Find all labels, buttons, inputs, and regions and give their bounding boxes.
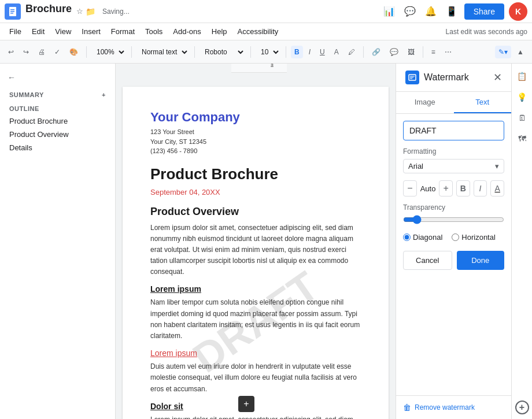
watermark-text-input[interactable] [403,121,504,140]
saving-status: Saving... [102,8,130,16]
watermark-panel: Watermark ✕ Image Text Formatting Arial … [396,64,511,419]
undo-button[interactable]: ↩ [5,46,17,58]
remove-watermark-button[interactable]: Remove watermark [415,403,475,411]
paint-format-button[interactable]: 🎨 [66,46,82,58]
fontsize-select[interactable]: 10 [256,46,281,58]
panel-title: Watermark [424,72,493,83]
panel-tabs: Image Text [396,92,511,114]
strip-add-button[interactable]: + [515,401,529,414]
subsection1-heading[interactable]: Lorem ipsum [150,284,361,294]
orientation-radio-group: Diagonal Horizontal [403,233,504,242]
title-bar: Brochure ☆ 📁 Saving... 📊 💬 🔔 📱 Share K [0,0,532,23]
horizontal-option[interactable]: Horizontal [452,233,496,242]
image-button[interactable]: 🖼 [404,46,418,58]
more-button[interactable]: ⋯ [441,46,455,58]
svg-rect-3 [10,13,13,14]
horizontal-radio[interactable] [452,233,459,241]
app-icon [5,3,21,20]
size-value: Auto [420,184,436,193]
doc-title-text: Product Brochure [150,165,361,183]
textcolor-button[interactable]: A [331,46,342,58]
diagonal-option[interactable]: Diagonal [403,233,442,242]
menu-edit[interactable]: Edit [27,25,49,38]
menu-accessibility[interactable]: Accessibility [233,25,283,38]
folder-icon[interactable]: 📁 [86,7,95,16]
italic-button[interactable]: I [305,46,314,58]
strip-icon-4[interactable]: 🗺 [514,131,530,147]
formatting-label: Formatting [403,147,504,155]
underline-button[interactable]: U [316,46,328,58]
subsection3-heading: Dolor sit [150,402,361,411]
bell-icon[interactable]: 🔔 [423,3,439,20]
link-button[interactable]: 🔗 [368,46,384,58]
diagonal-radio[interactable] [403,233,411,241]
bold-format-button[interactable]: B [456,180,470,196]
panel-close-icon[interactable]: ✕ [493,71,502,84]
menu-view[interactable]: View [50,25,76,38]
outline-item-product-brochure[interactable]: Product Brochure [5,114,110,128]
trash-icon: 🗑 [403,403,411,412]
pen-button[interactable]: ✎▾ [495,46,511,58]
last-edit-status: Last edit was seconds ago [446,28,527,36]
transparency-slider[interactable] [403,215,504,224]
subsection3-body: Lorem ipsum dolor sit amet, consectetuer… [150,414,361,419]
menu-help[interactable]: Help [207,25,232,38]
font-select[interactable]: Roboto [200,46,246,58]
zoom-select[interactable]: 100% [91,46,127,58]
strip-icon-1[interactable]: 📋 [514,68,530,84]
toolbar: ↩ ↪ 🖨 ✓ 🎨 100% Normal text Roboto 10 B I… [0,40,532,64]
print-button[interactable]: 🖨 [35,46,49,58]
panel-header: Watermark ✕ [396,64,511,92]
collapse-button[interactable]: ▲ [513,46,527,58]
redo-button[interactable]: ↪ [20,46,32,58]
address-block: 123 Your Street Your City, ST 12345 (123… [150,127,361,156]
sidebar: ← SUMMARY + OUTLINE Product Brochure Pro… [0,64,116,419]
menu-format[interactable]: Format [106,25,139,38]
size-decrease-button[interactable]: − [403,180,417,196]
panel-body: Formatting Arial ▾ − Auto + B I A Transp… [396,114,511,395]
svg-rect-2 [10,11,14,12]
doc-content: Your Company 123 Your Street Your City, … [150,110,361,419]
outline-item-details[interactable]: Details [5,141,110,154]
menu-file[interactable]: File [5,25,26,38]
spellcheck-button[interactable]: ✓ [51,46,64,58]
menu-addons[interactable]: Add-ons [168,25,205,38]
strip-icon-3[interactable]: 🗓 [514,110,530,126]
share-button[interactable]: Share [464,3,504,20]
highlight-button[interactable]: 🖊 [345,46,359,58]
menu-tools[interactable]: Tools [141,25,167,38]
italic-format-button[interactable]: I [474,180,487,196]
transparency-slider-container [403,215,504,226]
size-increase-button[interactable]: + [439,180,453,196]
main-layout: ← SUMMARY + OUTLINE Product Brochure Pro… [0,64,532,419]
subsection2-body: Duis autem vel eum iriure dolor in hendr… [150,361,361,395]
tab-text[interactable]: Text [454,92,512,113]
back-arrow[interactable]: ← [5,71,19,84]
doc-date: September 04, 20XX [150,188,361,196]
font-select-row[interactable]: Arial ▾ [403,159,504,173]
subsection2-heading[interactable]: Lorem ipsum [150,348,361,358]
panel-actions: Cancel Done [403,251,504,270]
section1-heading: Product Overview [150,206,361,218]
outline-section: OUTLINE [5,101,110,114]
subsection1-body: Nam liber tempor cum soluta nobis eleife… [150,297,361,342]
chat-icon[interactable]: 💬 [402,3,418,20]
align-button[interactable]: ≡ [428,46,439,58]
comment-button[interactable]: 💬 [386,46,402,58]
menu-insert[interactable]: Insert [77,25,105,38]
summary-add-icon[interactable]: + [102,91,106,98]
summary-section: SUMMARY + [5,89,110,101]
search-icon[interactable]: 📊 [381,3,397,20]
bold-button[interactable]: B [291,46,303,58]
strip-icon-2[interactable]: 💡 [514,89,530,105]
cancel-button[interactable]: Cancel [403,251,452,270]
done-button[interactable]: Done [457,251,505,270]
panel-footer: 🗑 Remove watermark [396,395,511,419]
style-select[interactable]: Normal text [136,46,190,58]
doc-title: Brochure [25,3,72,15]
outline-item-product-overview[interactable]: Product Overview [5,128,110,141]
star-icon[interactable]: ☆ [76,7,83,16]
tab-image[interactable]: Image [396,92,454,113]
color-format-button[interactable]: A [490,180,504,196]
account-icon[interactable]: 📱 [444,3,460,20]
